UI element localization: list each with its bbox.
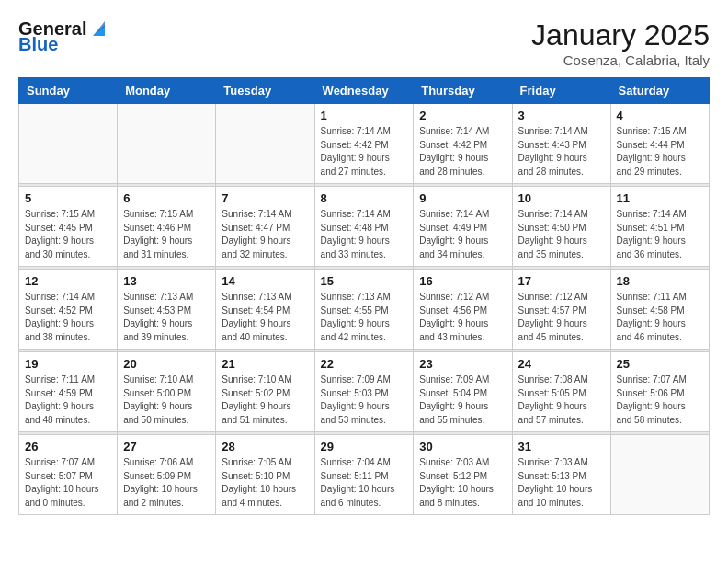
calendar-cell: 1Sunrise: 7:14 AMSunset: 4:42 PMDaylight… <box>314 104 414 184</box>
day-number: 7 <box>222 191 308 205</box>
day-number: 22 <box>321 357 408 371</box>
week-row-3: 12Sunrise: 7:14 AMSunset: 4:52 PMDayligh… <box>19 270 710 350</box>
day-info: Sunrise: 7:12 AMSunset: 4:56 PMDaylight:… <box>419 291 506 344</box>
calendar-cell: 18Sunrise: 7:11 AMSunset: 4:58 PMDayligh… <box>610 270 709 350</box>
day-info: Sunrise: 7:09 AMSunset: 5:03 PMDaylight:… <box>321 373 408 427</box>
day-info: Sunrise: 7:14 AMSunset: 4:47 PMDaylight:… <box>222 208 308 261</box>
weekday-header-tuesday: Tuesday <box>216 78 314 104</box>
location-subtitle: Cosenza, Calabria, Italy <box>531 52 710 68</box>
day-number: 26 <box>25 440 111 454</box>
day-info: Sunrise: 7:05 AMSunset: 5:10 PMDaylight:… <box>222 456 308 510</box>
day-info: Sunrise: 7:11 AMSunset: 4:59 PMDaylight:… <box>25 373 111 427</box>
calendar-cell: 11Sunrise: 7:14 AMSunset: 4:51 PMDayligh… <box>610 187 709 267</box>
day-info: Sunrise: 7:14 AMSunset: 4:42 PMDaylight:… <box>419 125 506 178</box>
day-number: 5 <box>25 191 111 205</box>
day-info: Sunrise: 7:06 AMSunset: 5:09 PMDaylight:… <box>123 456 210 510</box>
day-number: 9 <box>419 191 506 205</box>
day-info: Sunrise: 7:13 AMSunset: 4:54 PMDaylight:… <box>222 291 308 344</box>
day-info: Sunrise: 7:14 AMSunset: 4:43 PMDaylight:… <box>518 125 605 178</box>
week-row-2: 5Sunrise: 7:15 AMSunset: 4:45 PMDaylight… <box>19 187 710 267</box>
calendar-cell: 14Sunrise: 7:13 AMSunset: 4:54 PMDayligh… <box>216 270 314 350</box>
day-info: Sunrise: 7:14 AMSunset: 4:48 PMDaylight:… <box>321 208 408 261</box>
day-number: 12 <box>25 274 111 288</box>
logo-icon <box>88 19 105 36</box>
calendar-cell: 9Sunrise: 7:14 AMSunset: 4:49 PMDaylight… <box>414 187 512 267</box>
calendar-cell: 12Sunrise: 7:14 AMSunset: 4:52 PMDayligh… <box>19 270 118 350</box>
day-number: 8 <box>321 191 408 205</box>
calendar-cell: 31Sunrise: 7:03 AMSunset: 5:13 PMDayligh… <box>512 435 610 515</box>
day-info: Sunrise: 7:14 AMSunset: 4:50 PMDaylight:… <box>518 208 605 261</box>
calendar-cell: 4Sunrise: 7:15 AMSunset: 4:44 PMDaylight… <box>610 104 709 184</box>
page-header: General Blue January 2025 Cosenza, Calab… <box>18 18 710 68</box>
day-number: 25 <box>617 357 703 371</box>
calendar-cell: 7Sunrise: 7:14 AMSunset: 4:47 PMDaylight… <box>216 187 314 267</box>
day-info: Sunrise: 7:03 AMSunset: 5:12 PMDaylight:… <box>419 456 506 510</box>
day-number: 17 <box>518 274 605 288</box>
calendar-cell: 8Sunrise: 7:14 AMSunset: 4:48 PMDaylight… <box>314 187 414 267</box>
day-number: 27 <box>123 440 210 454</box>
calendar-cell: 22Sunrise: 7:09 AMSunset: 5:03 PMDayligh… <box>314 352 414 432</box>
day-number: 28 <box>222 440 308 454</box>
week-row-4: 19Sunrise: 7:11 AMSunset: 4:59 PMDayligh… <box>19 352 710 432</box>
calendar-cell: 21Sunrise: 7:10 AMSunset: 5:02 PMDayligh… <box>216 352 314 432</box>
calendar-cell: 19Sunrise: 7:11 AMSunset: 4:59 PMDayligh… <box>19 352 118 432</box>
day-number: 23 <box>419 357 506 371</box>
calendar-cell: 10Sunrise: 7:14 AMSunset: 4:50 PMDayligh… <box>512 187 610 267</box>
logo-blue-text: Blue <box>18 34 58 55</box>
day-info: Sunrise: 7:14 AMSunset: 4:42 PMDaylight:… <box>321 125 408 178</box>
day-info: Sunrise: 7:04 AMSunset: 5:11 PMDaylight:… <box>321 456 408 510</box>
day-info: Sunrise: 7:07 AMSunset: 5:07 PMDaylight:… <box>25 456 111 510</box>
day-number: 10 <box>518 191 605 205</box>
calendar-cell: 16Sunrise: 7:12 AMSunset: 4:56 PMDayligh… <box>414 270 512 350</box>
calendar-cell <box>216 104 314 184</box>
calendar-cell <box>118 104 216 184</box>
day-info: Sunrise: 7:15 AMSunset: 4:46 PMDaylight:… <box>123 208 210 261</box>
day-number: 2 <box>419 109 506 122</box>
calendar-cell: 23Sunrise: 7:09 AMSunset: 5:04 PMDayligh… <box>414 352 512 432</box>
day-info: Sunrise: 7:10 AMSunset: 5:00 PMDaylight:… <box>123 373 210 427</box>
weekday-header-wednesday: Wednesday <box>314 78 414 104</box>
day-number: 14 <box>222 274 308 288</box>
day-number: 21 <box>222 357 308 371</box>
calendar-cell: 17Sunrise: 7:12 AMSunset: 4:57 PMDayligh… <box>512 270 610 350</box>
title-block: January 2025 Cosenza, Calabria, Italy <box>531 18 710 68</box>
calendar-cell: 15Sunrise: 7:13 AMSunset: 4:55 PMDayligh… <box>314 270 414 350</box>
day-number: 6 <box>123 191 210 205</box>
day-info: Sunrise: 7:07 AMSunset: 5:06 PMDaylight:… <box>617 373 703 427</box>
day-number: 20 <box>123 357 210 371</box>
weekday-header-monday: Monday <box>118 78 216 104</box>
day-info: Sunrise: 7:13 AMSunset: 4:55 PMDaylight:… <box>321 291 408 344</box>
calendar-cell: 2Sunrise: 7:14 AMSunset: 4:42 PMDaylight… <box>414 104 512 184</box>
day-number: 15 <box>321 274 408 288</box>
calendar-cell: 20Sunrise: 7:10 AMSunset: 5:00 PMDayligh… <box>118 352 216 432</box>
week-row-5: 26Sunrise: 7:07 AMSunset: 5:07 PMDayligh… <box>19 435 710 515</box>
calendar-cell: 24Sunrise: 7:08 AMSunset: 5:05 PMDayligh… <box>512 352 610 432</box>
day-info: Sunrise: 7:15 AMSunset: 4:45 PMDaylight:… <box>25 208 111 261</box>
day-info: Sunrise: 7:03 AMSunset: 5:13 PMDaylight:… <box>518 456 605 510</box>
weekday-header-thursday: Thursday <box>414 78 512 104</box>
day-info: Sunrise: 7:14 AMSunset: 4:52 PMDaylight:… <box>25 291 111 344</box>
day-number: 3 <box>518 109 605 122</box>
day-number: 1 <box>321 109 408 122</box>
day-info: Sunrise: 7:11 AMSunset: 4:58 PMDaylight:… <box>617 291 703 344</box>
day-info: Sunrise: 7:13 AMSunset: 4:53 PMDaylight:… <box>123 291 210 344</box>
day-number: 13 <box>123 274 210 288</box>
calendar-cell: 3Sunrise: 7:14 AMSunset: 4:43 PMDaylight… <box>512 104 610 184</box>
day-number: 30 <box>419 440 506 454</box>
month-title: January 2025 <box>531 18 710 52</box>
day-number: 31 <box>518 440 605 454</box>
calendar-cell <box>610 435 709 515</box>
calendar-cell: 25Sunrise: 7:07 AMSunset: 5:06 PMDayligh… <box>610 352 709 432</box>
calendar-cell: 5Sunrise: 7:15 AMSunset: 4:45 PMDaylight… <box>19 187 118 267</box>
calendar-cell <box>19 104 118 184</box>
day-info: Sunrise: 7:09 AMSunset: 5:04 PMDaylight:… <box>419 373 506 427</box>
day-number: 11 <box>617 191 703 205</box>
logo: General Blue <box>18 18 105 55</box>
day-number: 18 <box>617 274 703 288</box>
calendar-table: SundayMondayTuesdayWednesdayThursdayFrid… <box>18 77 710 515</box>
calendar-cell: 6Sunrise: 7:15 AMSunset: 4:46 PMDaylight… <box>118 187 216 267</box>
calendar-cell: 29Sunrise: 7:04 AMSunset: 5:11 PMDayligh… <box>314 435 414 515</box>
calendar-cell: 30Sunrise: 7:03 AMSunset: 5:12 PMDayligh… <box>414 435 512 515</box>
day-number: 16 <box>419 274 506 288</box>
day-number: 19 <box>25 357 111 371</box>
